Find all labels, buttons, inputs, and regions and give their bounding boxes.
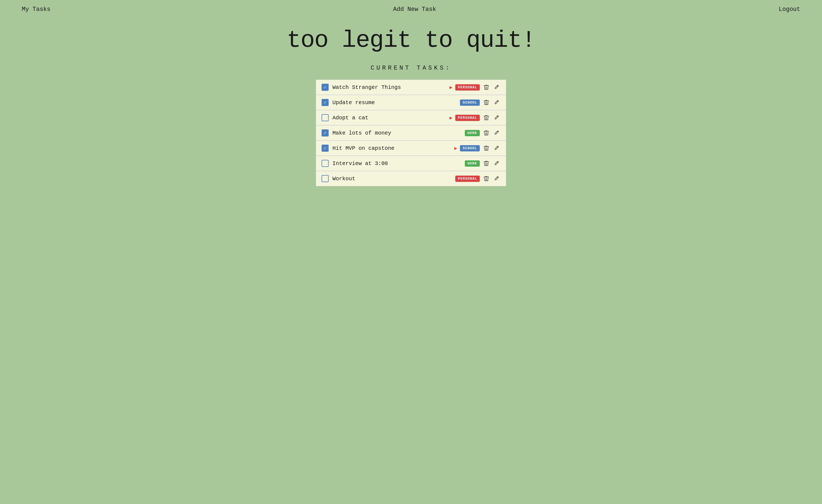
task-checkbox-4[interactable]: [322, 129, 329, 136]
task-label-6: Interview at 3:00: [333, 160, 461, 167]
trash-icon: [484, 115, 489, 121]
edit-button-6[interactable]: [493, 160, 500, 167]
trash-icon: [484, 130, 489, 136]
add-task-link[interactable]: Add New Task: [393, 6, 436, 13]
trash-icon: [484, 84, 489, 90]
edit-button-1[interactable]: [493, 84, 500, 91]
category-badge-2: SCHOOL: [460, 99, 480, 106]
tasks-list: Watch Stranger Things▶PERSONAL Update re…: [316, 80, 506, 186]
task-actions-6: WORK: [465, 160, 500, 167]
pencil-icon: [494, 145, 499, 151]
task-checkbox-6[interactable]: [322, 160, 329, 167]
task-row: Watch Stranger Things▶PERSONAL: [316, 80, 506, 95]
task-actions-3: ▶PERSONAL: [450, 114, 500, 121]
task-actions-1: ▶PERSONAL: [450, 84, 500, 91]
pencil-icon: [494, 130, 499, 136]
task-checkbox-3[interactable]: [322, 114, 329, 121]
task-row: Update resumeSCHOOL: [316, 95, 506, 110]
delete-button-4[interactable]: [482, 129, 490, 136]
priority-flag-icon: ▶: [450, 84, 453, 90]
task-checkbox-1[interactable]: [322, 84, 329, 91]
edit-button-4[interactable]: [493, 129, 500, 136]
priority-flag-icon: ▶: [450, 115, 453, 121]
delete-button-1[interactable]: [482, 84, 490, 91]
task-checkbox-7[interactable]: [322, 175, 329, 182]
category-badge-4: WORK: [465, 130, 480, 136]
category-badge-1: PERSONAL: [455, 84, 480, 90]
task-label-7: Workout: [333, 175, 451, 182]
pencil-icon: [494, 84, 499, 90]
pencil-icon: [494, 175, 499, 181]
task-row: Adopt a cat▶PERSONAL: [316, 110, 506, 125]
task-row: Make lots of moneyWORK: [316, 125, 506, 140]
task-label-2: Update resume: [333, 99, 456, 106]
page-title: too legit to quit!: [0, 27, 822, 54]
delete-button-6[interactable]: [482, 160, 490, 167]
task-row: WorkoutPERSONAL: [316, 171, 506, 186]
trash-icon: [484, 160, 489, 166]
task-checkbox-2[interactable]: [322, 99, 329, 106]
task-actions-4: WORK: [465, 129, 500, 136]
delete-button-7[interactable]: [482, 175, 490, 182]
delete-button-3[interactable]: [482, 114, 490, 121]
task-actions-7: PERSONAL: [455, 175, 500, 182]
category-badge-7: PERSONAL: [455, 175, 480, 182]
task-label-5: Hit MVP on capstone: [333, 145, 450, 151]
task-label-4: Make lots of money: [333, 130, 461, 136]
task-label-3: Adopt a cat: [333, 115, 446, 121]
delete-button-2[interactable]: [482, 99, 490, 106]
logout-link[interactable]: Logout: [779, 6, 800, 13]
task-row: Interview at 3:00WORK: [316, 156, 506, 171]
my-tasks-link[interactable]: My Tasks: [22, 6, 51, 13]
edit-button-2[interactable]: [493, 99, 500, 106]
main-nav: My Tasks Add New Task Logout: [0, 0, 822, 19]
category-badge-6: WORK: [465, 160, 480, 167]
edit-button-7[interactable]: [493, 175, 500, 182]
category-badge-5: SCHOOL: [460, 145, 480, 151]
task-actions-5: ▶SCHOOL: [454, 145, 500, 152]
task-actions-2: SCHOOL: [460, 99, 500, 106]
task-checkbox-5[interactable]: [322, 145, 329, 152]
delete-button-5[interactable]: [482, 145, 490, 152]
priority-flag-icon: ▶: [454, 145, 457, 151]
edit-button-5[interactable]: [493, 145, 500, 152]
trash-icon: [484, 145, 489, 151]
task-label-1: Watch Stranger Things: [333, 84, 446, 90]
pencil-icon: [494, 115, 499, 121]
trash-icon: [484, 175, 489, 181]
pencil-icon: [494, 160, 499, 166]
category-badge-3: PERSONAL: [455, 115, 480, 121]
trash-icon: [484, 99, 489, 105]
edit-button-3[interactable]: [493, 114, 500, 121]
task-row: Hit MVP on capstone▶SCHOOL: [316, 140, 506, 156]
section-title: CURRENT TASKS:: [0, 65, 822, 71]
pencil-icon: [494, 99, 499, 105]
